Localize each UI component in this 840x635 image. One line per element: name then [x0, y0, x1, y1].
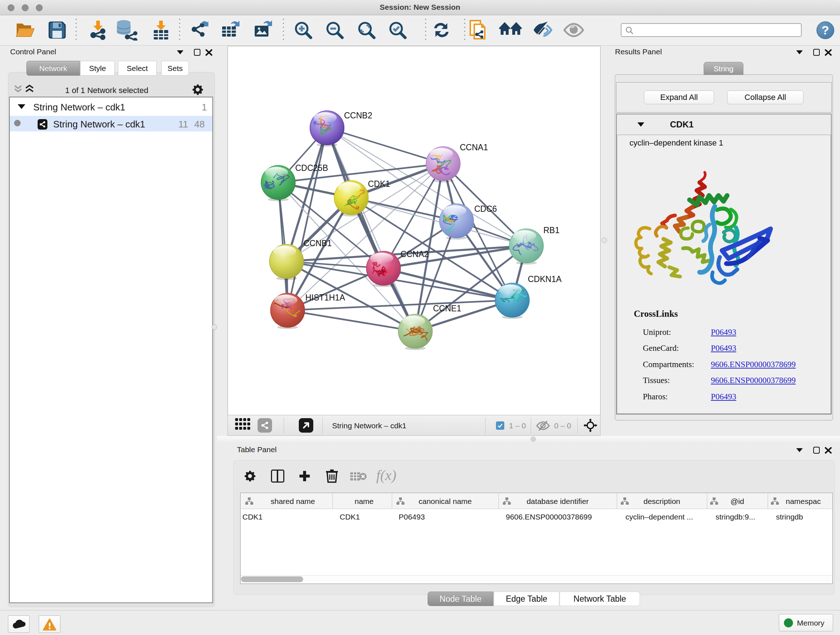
svg-text:CCNE1: CCNE1 [433, 304, 461, 313]
svg-text:CDKN1A: CDKN1A [528, 274, 562, 284]
svg-text:CCNB1: CCNB1 [303, 239, 332, 248]
svg-text:CDC25B: CDC25B [295, 163, 328, 173]
svg-text:CCNA1: CCNA1 [460, 143, 488, 152]
svg-text:CCNA2: CCNA2 [401, 249, 429, 259]
svg-text:RB1: RB1 [543, 226, 560, 235]
svg-text:CDK1: CDK1 [368, 179, 390, 188]
svg-text:CCNB2: CCNB2 [344, 111, 372, 120]
svg-text:CDC6: CDC6 [474, 204, 497, 214]
svg-text:HIST1H1A: HIST1H1A [305, 293, 346, 302]
